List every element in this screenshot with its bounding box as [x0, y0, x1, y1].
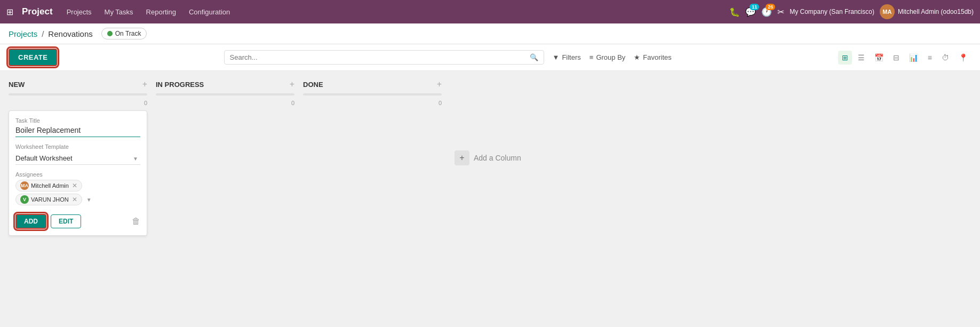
status-text: On Track: [115, 30, 141, 37]
worksheet-select-wrapper: Default Worksheet ▼: [15, 152, 140, 165]
nav-my-tasks[interactable]: My Tasks: [99, 5, 139, 19]
task-title-input[interactable]: [15, 126, 140, 137]
filters-button[interactable]: ▼ Filters: [553, 53, 581, 61]
filter-controls: ▼ Filters ≡ Group By ★ Favorites: [553, 53, 672, 61]
groupby-button[interactable]: ≡ Group By: [589, 53, 626, 61]
updates-badge: 26: [766, 4, 775, 10]
col-progress-done: [303, 93, 442, 95]
filters-label: Filters: [562, 53, 580, 61]
avatar: MA: [880, 4, 895, 19]
worksheet-label: Worksheet Template: [15, 143, 140, 150]
company-name: My Company (San Francisco): [790, 8, 874, 15]
nav-reporting[interactable]: Reporting: [141, 5, 181, 19]
user-name: Mitchell Admin (odoo15db): [898, 8, 974, 15]
kanban-view-button[interactable]: ⊞: [838, 51, 852, 65]
assignee-tag-mitchell[interactable]: MA Mitchell Admin ✕: [15, 180, 82, 192]
col-add-done-icon[interactable]: +: [437, 79, 442, 89]
col-title-in-progress: IN PROGRESS: [156, 81, 204, 89]
kanban-column-in-progress: IN PROGRESS + 0: [156, 79, 294, 236]
remove-mitchell-icon[interactable]: ✕: [72, 182, 77, 189]
user-menu[interactable]: MA Mitchell Admin (odoo15db): [880, 4, 974, 19]
scissors-icon[interactable]: ✂: [777, 7, 784, 17]
search-input[interactable]: [230, 53, 530, 61]
col-add-in-progress-icon[interactable]: +: [290, 79, 294, 89]
col-count-done: 0: [439, 100, 442, 106]
assignee-tags: MA Mitchell Admin ✕ V VARUN JHON ✕ ▼: [15, 180, 140, 205]
assignee-name-varun: VARUN JHON: [31, 196, 69, 203]
worksheet-field: Worksheet Template Default Worksheet ▼: [15, 143, 140, 165]
col-progress-in-progress: [156, 93, 294, 95]
col-actions-in-progress: +: [290, 79, 294, 89]
calendar-view-button[interactable]: 📅: [871, 51, 887, 65]
add-column-label: Add a Column: [474, 154, 521, 162]
graph-view-button[interactable]: 📊: [905, 51, 922, 65]
toolbar: CREATE 🔍 ▼ Filters ≡ Group By ★ Favorite…: [0, 44, 980, 71]
groupby-label: Group By: [596, 53, 625, 61]
activity-view-button[interactable]: ≡: [924, 51, 936, 65]
assignee-tag-varun[interactable]: V VARUN JHON ✕: [15, 194, 82, 205]
kanban-column-done: DONE + 0: [303, 79, 442, 236]
apps-grid-icon[interactable]: ⊞: [6, 7, 13, 17]
col-header-in-progress: IN PROGRESS +: [156, 79, 294, 89]
avatar-varun: V: [20, 195, 29, 204]
pivot-view-button[interactable]: ⊟: [889, 51, 903, 65]
search-bar: 🔍: [224, 50, 544, 65]
add-button[interactable]: ADD: [15, 214, 46, 229]
col-add-new-icon[interactable]: +: [142, 79, 147, 89]
worksheet-select[interactable]: Default Worksheet: [15, 152, 140, 165]
add-column-button[interactable]: + Add a Column: [450, 79, 557, 236]
breadcrumb-separator: /: [42, 29, 44, 38]
kanban-board: NEW + 0 Task Title Worksheet Template: [9, 79, 971, 236]
assignees-field: Assignees MA Mitchell Admin ✕ V VARUN JH…: [15, 171, 140, 205]
kanban-column-new: NEW + 0 Task Title Worksheet Template: [9, 79, 147, 236]
task-title-label: Task Title: [15, 117, 140, 124]
assignees-chevron-icon[interactable]: ▼: [86, 197, 92, 203]
col-progress-new: [9, 93, 147, 95]
star-icon: ★: [634, 53, 640, 61]
main-content: NEW + 0 Task Title Worksheet Template: [0, 71, 980, 327]
col-count-in-progress: 0: [291, 100, 294, 106]
nav-configuration[interactable]: Configuration: [184, 5, 235, 19]
col-actions-done: +: [437, 79, 442, 89]
map-view-button[interactable]: 📍: [955, 51, 971, 65]
col-title-done: DONE: [303, 81, 323, 89]
col-actions-new: +: [142, 79, 147, 89]
col-header-new: NEW +: [9, 79, 147, 89]
app-brand: Project: [22, 6, 53, 17]
remove-varun-icon[interactable]: ✕: [72, 196, 77, 203]
assignees-label: Assignees: [15, 171, 140, 178]
breadcrumb-current: Renovations: [48, 29, 92, 38]
col-count-new: 0: [144, 100, 147, 106]
card-actions: ADD EDIT 🗑: [15, 212, 140, 229]
col-header-done: DONE +: [303, 79, 442, 89]
top-navigation: ⊞ Project Projects My Tasks Reporting Co…: [0, 0, 980, 23]
edit-button[interactable]: EDIT: [51, 214, 81, 228]
bug-icon[interactable]: 🐛: [729, 7, 740, 17]
favorites-label: Favorites: [643, 53, 671, 61]
chat-badge: 11: [750, 4, 759, 10]
chat-icon[interactable]: 💬 11: [745, 7, 756, 17]
view-switcher: ⊞ ☰ 📅 ⊟ 📊 ≡ ⏱ 📍: [838, 51, 971, 65]
create-button[interactable]: CREATE: [9, 49, 57, 66]
groupby-icon: ≡: [589, 53, 594, 61]
delete-icon[interactable]: 🗑: [132, 217, 140, 226]
assignee-name-mitchell: Mitchell Admin: [31, 182, 69, 189]
breadcrumb-parent[interactable]: Projects: [9, 29, 37, 38]
nav-menu: Projects My Tasks Reporting Configuratio…: [61, 5, 236, 19]
nav-projects[interactable]: Projects: [61, 5, 97, 19]
status-dot: [107, 31, 113, 36]
add-col-plus-icon: +: [455, 150, 469, 165]
avatar-mitchell: MA: [20, 181, 29, 190]
clock-view-button[interactable]: ⏱: [938, 51, 953, 65]
clock-icon[interactable]: 🕐 26: [761, 7, 772, 17]
filter-icon: ▼: [553, 53, 560, 61]
search-icon[interactable]: 🔍: [530, 53, 538, 61]
status-badge[interactable]: On Track: [101, 28, 147, 39]
new-task-card: Task Title Worksheet Template Default Wo…: [9, 110, 147, 236]
breadcrumb-bar: Projects / Renovations On Track: [0, 23, 980, 44]
list-view-button[interactable]: ☰: [854, 51, 869, 65]
favorites-button[interactable]: ★ Favorites: [634, 53, 671, 61]
col-title-new: NEW: [9, 81, 25, 89]
